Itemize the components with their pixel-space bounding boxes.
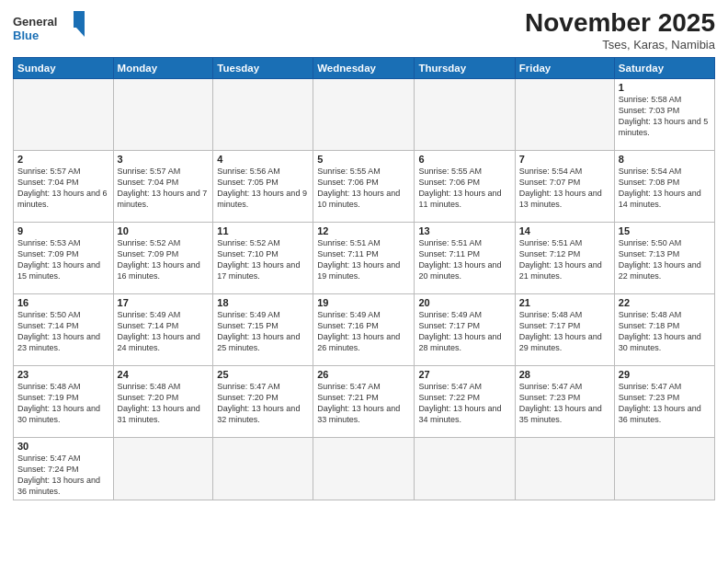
day-info: Sunrise: 5:55 AM Sunset: 7:06 PM Dayligh… [317, 166, 410, 211]
month-title: November 2025 [525, 9, 715, 38]
calendar-day-cell: 13Sunrise: 5:51 AM Sunset: 7:11 PM Dayli… [415, 222, 515, 293]
day-info: Sunrise: 5:47 AM Sunset: 7:22 PM Dayligh… [418, 381, 510, 426]
header-friday: Friday [515, 57, 614, 78]
calendar-day-cell [515, 78, 614, 150]
calendar-day-cell: 11Sunrise: 5:52 AM Sunset: 7:10 PM Dayli… [213, 222, 313, 293]
day-info: Sunrise: 5:49 AM Sunset: 7:17 PM Dayligh… [418, 309, 510, 354]
day-number: 24 [118, 369, 210, 380]
day-number: 2 [17, 154, 109, 165]
day-info: Sunrise: 5:48 AM Sunset: 7:18 PM Dayligh… [619, 309, 711, 354]
day-info: Sunrise: 5:57 AM Sunset: 7:04 PM Dayligh… [17, 166, 109, 211]
header-thursday: Thursday [415, 57, 515, 78]
calendar-day-cell [113, 437, 213, 500]
calendar-day-cell: 9Sunrise: 5:53 AM Sunset: 7:09 PM Daylig… [14, 222, 114, 293]
calendar-day-cell [113, 78, 213, 150]
day-number: 27 [418, 369, 510, 380]
calendar-day-cell: 27Sunrise: 5:47 AM Sunset: 7:22 PM Dayli… [415, 365, 515, 437]
calendar-day-cell [313, 437, 415, 500]
calendar-day-cell [614, 437, 714, 500]
calendar-week-row: 1Sunrise: 5:58 AM Sunset: 7:03 PM Daylig… [14, 78, 715, 150]
calendar-day-cell: 28Sunrise: 5:47 AM Sunset: 7:23 PM Dayli… [515, 365, 614, 437]
day-number: 9 [17, 225, 109, 236]
calendar-day-cell [313, 78, 415, 150]
header-wednesday: Wednesday [313, 57, 415, 78]
calendar-week-row: 30Sunrise: 5:47 AM Sunset: 7:24 PM Dayli… [14, 437, 715, 500]
svg-marker-2 [74, 11, 85, 28]
weekday-header-row: Sunday Monday Tuesday Wednesday Thursday… [14, 57, 715, 78]
day-number: 8 [619, 154, 711, 165]
day-number: 21 [519, 297, 610, 308]
day-number: 17 [118, 297, 210, 308]
calendar-week-row: 2Sunrise: 5:57 AM Sunset: 7:04 PM Daylig… [14, 150, 715, 222]
calendar-day-cell: 8Sunrise: 5:54 AM Sunset: 7:08 PM Daylig… [614, 150, 714, 222]
day-number: 20 [418, 297, 510, 308]
day-info: Sunrise: 5:49 AM Sunset: 7:16 PM Dayligh… [317, 309, 410, 354]
day-info: Sunrise: 5:49 AM Sunset: 7:15 PM Dayligh… [217, 309, 309, 354]
day-number: 14 [519, 225, 610, 236]
day-number: 13 [418, 225, 510, 236]
day-number: 12 [317, 225, 410, 236]
day-number: 6 [418, 154, 510, 165]
day-number: 4 [217, 154, 309, 165]
generalblue-logo-icon: General Blue [13, 9, 86, 46]
calendar-day-cell: 16Sunrise: 5:50 AM Sunset: 7:14 PM Dayli… [14, 293, 114, 365]
calendar-day-cell: 1Sunrise: 5:58 AM Sunset: 7:03 PM Daylig… [614, 78, 714, 150]
day-info: Sunrise: 5:48 AM Sunset: 7:20 PM Dayligh… [118, 381, 210, 426]
calendar-day-cell: 23Sunrise: 5:48 AM Sunset: 7:19 PM Dayli… [14, 365, 114, 437]
subtitle: Tses, Karas, Namibia [525, 38, 715, 52]
day-info: Sunrise: 5:51 AM Sunset: 7:11 PM Dayligh… [317, 237, 410, 282]
day-number: 7 [519, 154, 610, 165]
header-monday: Monday [113, 57, 213, 78]
header-saturday: Saturday [614, 57, 714, 78]
header-sunday: Sunday [14, 57, 114, 78]
calendar-day-cell: 26Sunrise: 5:47 AM Sunset: 7:21 PM Dayli… [313, 365, 415, 437]
calendar-day-cell: 12Sunrise: 5:51 AM Sunset: 7:11 PM Dayli… [313, 222, 415, 293]
day-number: 23 [17, 369, 109, 380]
day-number: 5 [317, 154, 410, 165]
day-number: 29 [619, 369, 711, 380]
calendar-day-cell: 21Sunrise: 5:48 AM Sunset: 7:17 PM Dayli… [515, 293, 614, 365]
day-info: Sunrise: 5:47 AM Sunset: 7:23 PM Dayligh… [519, 381, 610, 426]
calendar-day-cell [14, 78, 114, 150]
calendar-day-cell: 14Sunrise: 5:51 AM Sunset: 7:12 PM Dayli… [515, 222, 614, 293]
day-info: Sunrise: 5:55 AM Sunset: 7:06 PM Dayligh… [418, 166, 510, 211]
day-number: 19 [317, 297, 410, 308]
header: General Blue November 2025 Tses, Karas, … [13, 9, 715, 52]
calendar-day-cell [213, 437, 313, 500]
day-info: Sunrise: 5:54 AM Sunset: 7:08 PM Dayligh… [619, 166, 711, 211]
day-number: 3 [118, 154, 210, 165]
calendar-day-cell: 30Sunrise: 5:47 AM Sunset: 7:24 PM Dayli… [14, 437, 114, 500]
svg-text:General: General [13, 15, 57, 29]
day-number: 15 [619, 225, 711, 236]
day-info: Sunrise: 5:52 AM Sunset: 7:10 PM Dayligh… [217, 237, 309, 282]
calendar-week-row: 16Sunrise: 5:50 AM Sunset: 7:14 PM Dayli… [14, 293, 715, 365]
day-info: Sunrise: 5:51 AM Sunset: 7:11 PM Dayligh… [418, 237, 510, 282]
calendar-day-cell: 6Sunrise: 5:55 AM Sunset: 7:06 PM Daylig… [415, 150, 515, 222]
calendar-day-cell: 4Sunrise: 5:56 AM Sunset: 7:05 PM Daylig… [213, 150, 313, 222]
day-info: Sunrise: 5:53 AM Sunset: 7:09 PM Dayligh… [17, 237, 109, 282]
calendar-day-cell [515, 437, 614, 500]
day-number: 1 [619, 82, 711, 93]
title-area: November 2025 Tses, Karas, Namibia [525, 9, 715, 52]
day-info: Sunrise: 5:47 AM Sunset: 7:24 PM Dayligh… [17, 453, 109, 498]
calendar-day-cell: 10Sunrise: 5:52 AM Sunset: 7:09 PM Dayli… [113, 222, 213, 293]
page: General Blue November 2025 Tses, Karas, … [0, 0, 728, 563]
calendar-table: Sunday Monday Tuesday Wednesday Thursday… [13, 57, 715, 501]
calendar-day-cell: 3Sunrise: 5:57 AM Sunset: 7:04 PM Daylig… [113, 150, 213, 222]
day-info: Sunrise: 5:51 AM Sunset: 7:12 PM Dayligh… [519, 237, 610, 282]
day-number: 22 [619, 297, 711, 308]
day-info: Sunrise: 5:56 AM Sunset: 7:05 PM Dayligh… [217, 166, 309, 211]
day-info: Sunrise: 5:47 AM Sunset: 7:21 PM Dayligh… [317, 381, 410, 426]
day-number: 28 [519, 369, 610, 380]
calendar-day-cell: 24Sunrise: 5:48 AM Sunset: 7:20 PM Dayli… [113, 365, 213, 437]
day-number: 16 [17, 297, 109, 308]
day-info: Sunrise: 5:47 AM Sunset: 7:23 PM Dayligh… [619, 381, 711, 426]
calendar-day-cell: 29Sunrise: 5:47 AM Sunset: 7:23 PM Dayli… [614, 365, 714, 437]
day-number: 18 [217, 297, 309, 308]
calendar-day-cell: 22Sunrise: 5:48 AM Sunset: 7:18 PM Dayli… [614, 293, 714, 365]
logo-area: General Blue [13, 9, 86, 46]
calendar-day-cell: 15Sunrise: 5:50 AM Sunset: 7:13 PM Dayli… [614, 222, 714, 293]
calendar-day-cell: 20Sunrise: 5:49 AM Sunset: 7:17 PM Dayli… [415, 293, 515, 365]
day-info: Sunrise: 5:48 AM Sunset: 7:17 PM Dayligh… [519, 309, 610, 354]
calendar-day-cell: 5Sunrise: 5:55 AM Sunset: 7:06 PM Daylig… [313, 150, 415, 222]
